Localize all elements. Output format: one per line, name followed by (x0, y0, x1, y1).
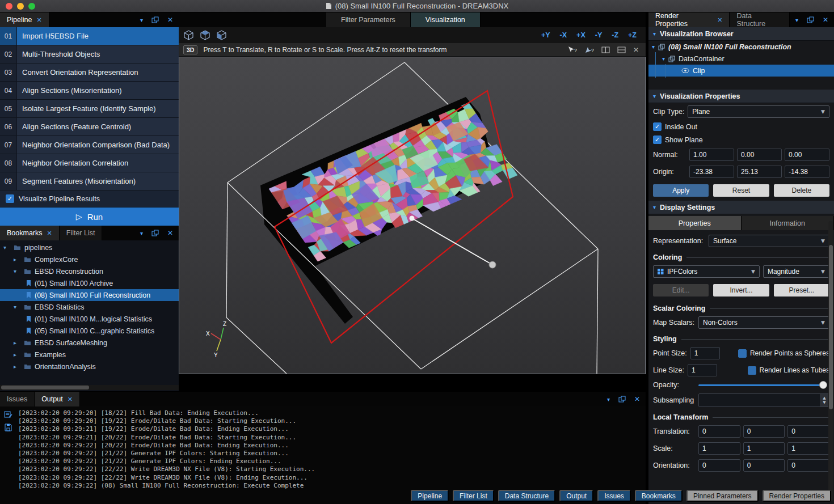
camera-minusY-button[interactable]: -Y (595, 31, 603, 39)
pipeline-filter-item[interactable]: 03Convert Orientation Representation (0, 63, 179, 82)
display-settings-header[interactable]: ▾ Display Settings (648, 201, 834, 214)
vector-component-field[interactable]: -14.38 (785, 166, 829, 178)
inside-out-checkbox[interactable]: ✓ (653, 122, 662, 131)
tree-expander-icon[interactable]: ▾ (3, 244, 10, 251)
tab-visualization[interactable]: Visualization (411, 12, 481, 27)
vector-component-field[interactable]: 0 (698, 425, 740, 438)
bookmarks-folder-row[interactable]: ▸OrientationAnalysis (0, 361, 179, 372)
statusbar-button-bookmarks[interactable]: Bookmarks (635, 490, 683, 502)
panel-menu-chevron-icon[interactable]: ▾ (140, 230, 143, 236)
pipeline-filter-item[interactable]: 06Align Sections (Feature Centroid) (0, 118, 179, 136)
component-dropdown[interactable]: Magnitude ▼ (763, 265, 829, 278)
statusbar-button-issues[interactable]: Issues (597, 490, 631, 502)
render-points-as-spheres-checkbox[interactable] (738, 349, 747, 358)
tab-output[interactable]: Output ✕ (35, 392, 80, 406)
point-size-field[interactable]: 1 (690, 347, 720, 359)
close-view-icon[interactable]: ✕ (633, 46, 639, 54)
browser-node-datacontainer[interactable]: ▾ DataContainer (648, 53, 834, 65)
pipeline-filter-item[interactable]: 09Segment Features (Misorientation) (0, 172, 179, 190)
bookmarks-folder-row[interactable]: ▾pipelines (0, 242, 179, 253)
save-output-icon[interactable] (4, 423, 12, 431)
tree-expander-icon[interactable]: ▸ (14, 340, 20, 346)
tree-expander-icon[interactable]: ▾ (14, 304, 20, 310)
bookmarks-folder-row[interactable]: ▾EBSD Statistics (0, 301, 179, 313)
undock-panel-icon[interactable] (618, 396, 626, 403)
bookmarks-pipeline-row[interactable]: (01) Small IN100 M...logical Statistics (0, 313, 179, 325)
panel-menu-chevron-icon[interactable]: ▾ (607, 396, 610, 403)
pipeline-filter-item[interactable]: 01Import H5EBSD File (0, 27, 179, 45)
vector-component-field[interactable]: 0.00 (785, 149, 829, 161)
show-plane-checkbox[interactable]: ✓ (653, 135, 662, 144)
invert-button[interactable]: Invert... (713, 284, 769, 297)
close-tab-icon[interactable]: ✕ (68, 396, 73, 403)
opacity-slider[interactable] (698, 384, 826, 386)
camera-plusX-button[interactable]: +X (576, 31, 586, 39)
reset-button[interactable]: Reset (713, 184, 769, 197)
vector-component-field[interactable]: 1 (743, 442, 785, 455)
visualize-results-checkbox[interactable]: ✓ (6, 194, 14, 203)
undock-panel-icon[interactable] (151, 230, 159, 236)
vector-component-field[interactable]: 25.13 (737, 166, 782, 178)
visualize-pipeline-results-row[interactable]: ✓ Visualize Pipeline Results (0, 190, 179, 207)
close-panel-icon[interactable]: ✕ (634, 395, 640, 403)
statusbar-button-pinned-parameters[interactable]: Pinned Parameters (686, 490, 759, 502)
panel-menu-chevron-icon[interactable]: ▾ (140, 17, 143, 23)
close-panel-icon[interactable]: ✕ (167, 229, 173, 237)
bookmarks-pipeline-row[interactable]: (01) Small IN100 Archive (0, 277, 179, 289)
panel-menu-chevron-icon[interactable]: ▾ (795, 17, 798, 23)
opacity-slider-handle[interactable] (819, 381, 827, 389)
bookmarks-folder-row[interactable]: ▸ComplexCore (0, 253, 179, 265)
tree-expander-icon[interactable]: ▸ (14, 363, 20, 370)
horizontal-scrollbar[interactable] (0, 385, 179, 390)
close-panel-icon[interactable]: ✕ (167, 16, 173, 24)
vector-component-field[interactable]: -23.38 (689, 166, 734, 178)
camera-minusX-button[interactable]: -X (560, 31, 567, 39)
representation-dropdown[interactable]: Surface ▼ (709, 235, 829, 247)
pipeline-filter-item[interactable]: 07Neighbor Orientation Comparison (Bad D… (0, 136, 179, 154)
clip-type-dropdown[interactable]: Plane ▼ (688, 105, 829, 118)
tree-expander-icon[interactable]: ▸ (14, 351, 20, 358)
line-size-field[interactable]: 1 (688, 364, 717, 376)
camera-plusY-button[interactable]: +Y (541, 31, 550, 39)
tree-expander-icon[interactable]: ▾ (14, 268, 20, 274)
cube-edge-view-icon[interactable] (216, 30, 227, 40)
bookmarks-pipeline-row[interactable]: (08) Small IN100 Full Reconstruction (0, 289, 179, 301)
undock-panel-icon[interactable] (151, 16, 159, 23)
tab-render-properties[interactable]: Render Properties ✕ (648, 12, 730, 27)
tab-filter-list[interactable]: Filter List (60, 226, 103, 240)
cube-face-view-icon[interactable] (200, 30, 210, 40)
statusbar-button-data-structure[interactable]: Data Structure (498, 490, 555, 502)
pipeline-filter-item[interactable]: 04Align Sections (Misorientation) (0, 82, 179, 100)
vector-component-field[interactable]: 0 (787, 459, 829, 472)
undock-panel-icon[interactable] (807, 16, 814, 23)
tree-expander-icon[interactable]: ▸ (14, 256, 20, 262)
tab-filter-parameters[interactable]: Filter Parameters (326, 12, 411, 27)
close-tab-icon[interactable]: ✕ (36, 16, 41, 24)
browser-node-clip[interactable]: Clip (648, 65, 834, 77)
statusbar-button-output[interactable]: Output (559, 490, 593, 502)
coloring-array-dropdown[interactable]: IPFColors ▼ (653, 265, 760, 278)
edit-button[interactable]: Edit... (653, 284, 709, 297)
statusbar-button-pipeline[interactable]: Pipeline (411, 490, 449, 502)
split-horizontal-icon[interactable] (617, 46, 626, 53)
run-pipeline-button[interactable]: ▷ Run (0, 207, 179, 226)
vector-component-field[interactable]: 0.00 (737, 149, 782, 161)
vector-component-field[interactable]: 1 (787, 442, 829, 455)
vector-component-field[interactable]: 1.00 (689, 149, 734, 161)
tree-expander-icon[interactable]: ▾ (652, 44, 655, 50)
pipeline-filter-item[interactable]: 08Neighbor Orientation Correlation (0, 154, 179, 172)
minimize-window-button[interactable] (17, 3, 24, 10)
tab-bookmarks[interactable]: Bookmarks ✕ (0, 226, 60, 240)
vector-component-field[interactable]: 0 (743, 459, 785, 472)
tree-expander-icon[interactable]: ▾ (662, 56, 665, 62)
tab-display-information[interactable]: Information (742, 216, 834, 230)
vector-component-field[interactable]: 0 (743, 425, 785, 438)
visibility-eye-icon[interactable] (681, 68, 689, 73)
close-tab-icon[interactable]: ✕ (47, 230, 52, 237)
tab-issues[interactable]: Issues (0, 392, 35, 406)
browser-node-pipeline[interactable]: ▾ (08) Small IN100 Full Reconstruction (648, 41, 834, 53)
pipeline-filter-item[interactable]: 05Isolate Largest Feature (Identify Samp… (0, 100, 179, 118)
tab-data-structure[interactable]: Data Structure (730, 12, 789, 27)
rotate-help-icon[interactable]: ? (584, 46, 594, 54)
clear-output-icon[interactable] (4, 410, 12, 418)
